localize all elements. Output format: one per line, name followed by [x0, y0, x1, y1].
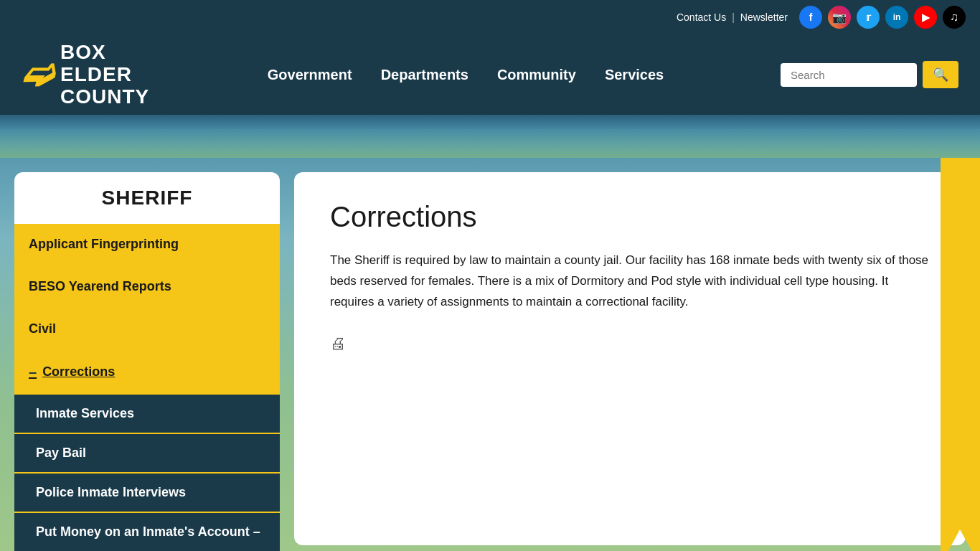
content-body: The Sheriff is required by law to mainta… [330, 250, 930, 313]
header: ➫ BOX ELDER COUNTY Government Department… [0, 34, 980, 115]
main-content: SHERIFF Applicant Fingerprinting BESO Ye… [0, 158, 980, 551]
sidebar-item-pay-bail[interactable]: Pay Bail [14, 434, 280, 474]
tiktok-icon[interactable]: ♫ [943, 6, 966, 29]
nav-community[interactable]: Community [497, 67, 576, 83]
twitter-icon[interactable]: 𝕣 [857, 6, 880, 29]
instagram-icon[interactable]: 📷 [828, 6, 851, 29]
sidebar: SHERIFF Applicant Fingerprinting BESO Ye… [14, 172, 280, 551]
minus-icon: – [29, 364, 37, 380]
social-icons: f 📷 𝕣 in ▶ ♫ [799, 6, 966, 29]
print-icon[interactable]: 🖨 [330, 334, 346, 352]
search-button[interactable]: 🔍 [923, 61, 958, 88]
print-area: 🖨 [330, 334, 930, 353]
top-bar-links: Contact Us | Newsletter [677, 11, 788, 23]
newsletter-link[interactable]: Newsletter [740, 11, 788, 23]
content-panel: Corrections The Sheriff is required by l… [294, 172, 966, 545]
sidebar-item-civil[interactable]: Civil [14, 309, 280, 351]
search-input[interactable] [781, 63, 917, 87]
sidebar-item-fingerprinting[interactable]: Applicant Fingerprinting [14, 224, 280, 266]
top-bar: Contact Us | Newsletter f 📷 𝕣 in ▶ ♫ [0, 0, 980, 34]
main-nav: Government Departments Community Service… [172, 67, 759, 83]
divider: | [732, 11, 735, 23]
sidebar-item-corrections[interactable]: – Corrections [14, 351, 280, 395]
hero-background [0, 115, 980, 158]
page-title: Corrections [330, 201, 930, 233]
logo[interactable]: ➫ BOX ELDER COUNTY [22, 42, 151, 108]
sidebar-item-beso[interactable]: BESO Yearend Reports [14, 266, 280, 309]
logo-icon: ➫ [22, 56, 53, 93]
nav-services[interactable]: Services [605, 67, 664, 83]
logo-text: BOX ELDER COUNTY [60, 42, 149, 108]
yellow-accent [941, 158, 980, 551]
sidebar-item-inmate-services[interactable]: Inmate Services [14, 395, 280, 434]
nav-government[interactable]: Government [268, 67, 352, 83]
sidebar-title: SHERIFF [14, 187, 280, 209]
contact-us-link[interactable]: Contact Us [677, 11, 726, 23]
youtube-icon[interactable]: ▶ [914, 6, 937, 29]
facebook-icon[interactable]: f [799, 6, 822, 29]
sidebar-item-police-inmate-interviews[interactable]: Police Inmate Interviews [14, 474, 280, 513]
linkedin-icon[interactable]: in [885, 6, 908, 29]
search-area: 🔍 [781, 61, 958, 88]
sidebar-item-put-money[interactable]: Put Money on an Inmate's Account – [14, 513, 280, 551]
nav-departments[interactable]: Departments [381, 67, 468, 83]
